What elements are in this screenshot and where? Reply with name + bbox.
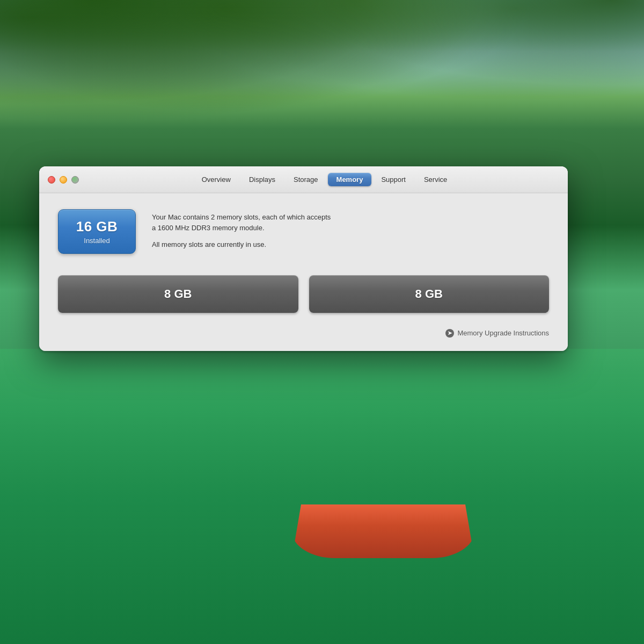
- tree-canopy: [0, 0, 644, 172]
- tab-storage[interactable]: Storage: [285, 173, 327, 186]
- tab-memory[interactable]: Memory: [328, 173, 372, 186]
- titlebar: Overview Displays Storage Memory Support…: [39, 166, 568, 193]
- close-button[interactable]: [48, 176, 55, 184]
- tab-service[interactable]: Service: [415, 173, 456, 186]
- slot1-size: 8 GB: [164, 287, 192, 301]
- memory-header: 16 GB Installed Your Mac contains 2 memo…: [58, 209, 549, 257]
- tab-bar: Overview Displays Storage Memory Support…: [90, 173, 559, 186]
- about-this-mac-window: Overview Displays Storage Memory Support…: [39, 166, 568, 351]
- memory-slot-2: 8 GB: [309, 275, 550, 313]
- slot2-size: 8 GB: [415, 287, 443, 301]
- minimize-button[interactable]: [60, 176, 67, 184]
- memory-slots: 8 GB 8 GB: [58, 275, 549, 313]
- upgrade-icon: ➤: [445, 329, 454, 338]
- maximize-button[interactable]: [71, 176, 79, 184]
- memory-upgrade-link[interactable]: ➤ Memory Upgrade Instructions: [445, 329, 549, 338]
- memory-description: Your Mac contains 2 memory slots, each o…: [152, 209, 549, 257]
- memory-installed-label: Installed: [69, 237, 125, 245]
- boat: [281, 451, 485, 558]
- memory-footer: ➤ Memory Upgrade Instructions: [58, 326, 549, 338]
- memory-panel: 16 GB Installed Your Mac contains 2 memo…: [39, 193, 568, 351]
- memory-desc-line2: All memory slots are currently in use.: [152, 239, 549, 250]
- traffic-lights: [48, 176, 79, 184]
- boat-body: [292, 504, 474, 558]
- tab-support[interactable]: Support: [372, 173, 414, 186]
- memory-amount: 16 GB: [69, 218, 125, 235]
- tab-displays[interactable]: Displays: [240, 173, 284, 186]
- tab-overview[interactable]: Overview: [193, 173, 239, 186]
- memory-desc-line1: Your Mac contains 2 memory slots, each o…: [152, 212, 549, 233]
- memory-badge: 16 GB Installed: [58, 209, 136, 254]
- memory-slot-1: 8 GB: [58, 275, 298, 313]
- upgrade-link-text: Memory Upgrade Instructions: [457, 329, 549, 337]
